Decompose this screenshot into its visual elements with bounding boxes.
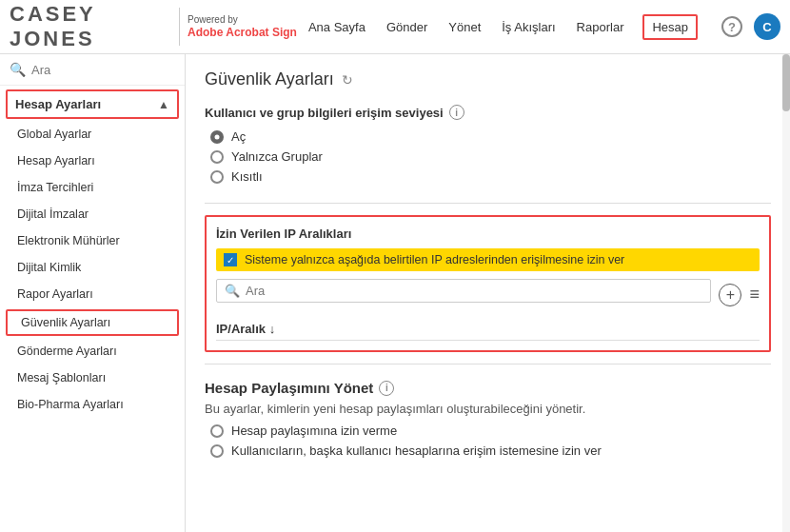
nav-hesap[interactable]: Hesap [642, 14, 698, 40]
radio-ac-icon [210, 130, 224, 144]
nav-ana-sayfa[interactable]: Ana Sayfa [306, 16, 367, 38]
radio-yalnizca-gruplar-icon [210, 150, 224, 164]
sidebar-item-elektronik-muhurler[interactable]: Elektronik Mühürler [0, 227, 185, 254]
radio-kisitli-label: Kısıtlı [231, 169, 263, 184]
divider-2 [205, 364, 771, 365]
nav-is-akislari[interactable]: İş Akışları [500, 16, 557, 38]
radio-hesap-izin-verme-icon [210, 424, 224, 438]
ip-checkbox[interactable]: ✓ [224, 253, 237, 266]
ip-search-icon: 🔍 [225, 284, 240, 298]
sidebar-item-gonderme-ayarlari[interactable]: Gönderme Ayarları [0, 338, 185, 365]
sidebar-item-guvenlik-ayarlari[interactable]: Güvenlik Ayarları [6, 309, 179, 336]
radio-yalnizca-gruplar-label: Yalnızca Gruplar [231, 149, 323, 164]
radio-ac[interactable]: Aç [210, 129, 771, 144]
logo: CASEY JONES [10, 2, 171, 51]
page-title: Güvenlik Ayarları ↻ [205, 69, 771, 89]
ip-section: İzin Verilen IP Aralıkları ✓ Sisteme yal… [205, 215, 771, 352]
ip-column-header: IP/Aralık ↓ [216, 322, 275, 336]
user-group-title: Kullanıcı ve grup bilgileri erişim seviy… [205, 106, 444, 120]
user-group-radio-group: Aç Yalnızca Gruplar Kısıtlı [205, 129, 771, 184]
sidebar-item-dijital-imzalar[interactable]: Dijital İmzalar [0, 201, 185, 227]
search-input[interactable] [31, 63, 175, 77]
content-area: Güvenlik Ayarları ↻ Kullanıcı ve grup bi… [186, 54, 790, 532]
nav-raporlar[interactable]: Raporlar [575, 16, 626, 38]
hesap-section-title: Hesap Paylaşımını Yönet i [205, 380, 771, 396]
hesap-description: Bu ayarlar, kimlerin yeni hesap paylaşım… [205, 402, 771, 416]
chevron-up-icon: ▲ [158, 98, 169, 111]
user-group-info-icon[interactable]: i [449, 105, 464, 120]
main-nav: Ana Sayfa Gönder Yönet İş Akışları Rapor… [297, 14, 721, 40]
radio-kullanici-erisim[interactable]: Kullanıcıların, başka kullanıcı hesaplar… [210, 443, 771, 458]
hesap-section: Hesap Paylaşımını Yönet i Bu ayarlar, ki… [205, 380, 771, 458]
sidebar-item-hesap-ayarlari[interactable]: Hesap Ayarları [0, 148, 185, 174]
hesap-title-text: Hesap Paylaşımını Yönet [205, 380, 373, 396]
divider-1 [205, 203, 771, 204]
ip-search-input[interactable] [246, 284, 702, 298]
nav-yonet[interactable]: Yönet [446, 16, 483, 38]
radio-hesap-izin-verme[interactable]: Hesap paylaşımına izin verme [210, 424, 771, 438]
user-group-section: Kullanıcı ve grup bilgileri erişim seviy… [205, 105, 771, 184]
ip-checkbox-label: Sisteme yalnızca aşağıda belirtilen IP a… [245, 253, 624, 266]
hesap-radio-group: Hesap paylaşımına izin verme Kullanıcıla… [205, 424, 771, 458]
radio-yalnizca-gruplar[interactable]: Yalnızca Gruplar [210, 149, 771, 164]
ip-search-box[interactable]: 🔍 [216, 279, 711, 303]
user-avatar[interactable]: C [754, 13, 780, 40]
sidebar-section-label: Hesap Ayarları [15, 97, 101, 111]
radio-kisitli[interactable]: Kısıtlı [210, 169, 771, 184]
radio-kullanici-erisim-label: Kullanıcıların, başka kullanıcı hesaplar… [231, 443, 602, 458]
ip-add-button[interactable]: + [719, 284, 741, 306]
sidebar-item-biopharma-ayarlari[interactable]: Bio-Pharma Ayarları [0, 391, 185, 418]
sidebar-item-global-ayarlar[interactable]: Global Ayarlar [0, 121, 185, 148]
sidebar: 🔍 Hesap Ayarları ▲ Global Ayarlar Hesap … [0, 54, 186, 532]
hesap-info-icon[interactable]: i [379, 381, 394, 396]
ip-section-title: İzin Verilen IP Aralıkları [216, 227, 760, 241]
nav-gonder[interactable]: Gönder [385, 16, 429, 38]
powered-by-block: Powered by Adobe Acrobat Sign [188, 13, 297, 41]
help-button[interactable]: ? [721, 16, 742, 37]
ip-menu-button[interactable]: ≡ [749, 285, 760, 305]
sidebar-search-box[interactable]: 🔍 [0, 54, 185, 86]
radio-hesap-izin-verme-label: Hesap paylaşımına izin verme [231, 424, 397, 438]
refresh-icon[interactable]: ↻ [342, 72, 353, 88]
ip-checkbox-row: ✓ Sisteme yalnızca aşağıda belirtilen IP… [216, 248, 760, 271]
main-layout: 🔍 Hesap Ayarları ▲ Global Ayarlar Hesap … [0, 54, 790, 532]
logo-area: CASEY JONES [10, 2, 171, 51]
scrollbar-track [782, 54, 790, 532]
user-group-header: Kullanıcı ve grup bilgileri erişim seviy… [205, 105, 771, 120]
sidebar-item-mesaj-sablonlari[interactable]: Mesaj Şablonları [0, 365, 185, 391]
sidebar-section-hesap-ayarlari[interactable]: Hesap Ayarları ▲ [6, 89, 179, 119]
header-right: ? C [721, 13, 780, 40]
radio-kullanici-erisim-icon [210, 444, 224, 458]
scrollbar-thumb[interactable] [782, 54, 790, 111]
header: CASEY JONES Powered by Adobe Acrobat Sig… [0, 0, 790, 54]
radio-ac-label: Aç [231, 129, 246, 144]
sidebar-item-rapor-ayarlari[interactable]: Rapor Ayarları [0, 281, 185, 307]
search-icon: 🔍 [10, 62, 26, 77]
page-title-text: Güvenlik Ayarları [205, 69, 334, 89]
ip-table-header: IP/Aralık ↓ [216, 318, 760, 341]
logo-divider [179, 8, 180, 46]
radio-kisitli-icon [210, 170, 224, 184]
sidebar-item-dijital-kimlik[interactable]: Dijital Kimlik [0, 254, 185, 281]
sidebar-item-imza-tercihleri[interactable]: İmza Tercihleri [0, 174, 185, 201]
powered-by-text: Powered by [188, 13, 297, 26]
adobe-acrobat-sign-text: Adobe Acrobat Sign [188, 26, 297, 41]
